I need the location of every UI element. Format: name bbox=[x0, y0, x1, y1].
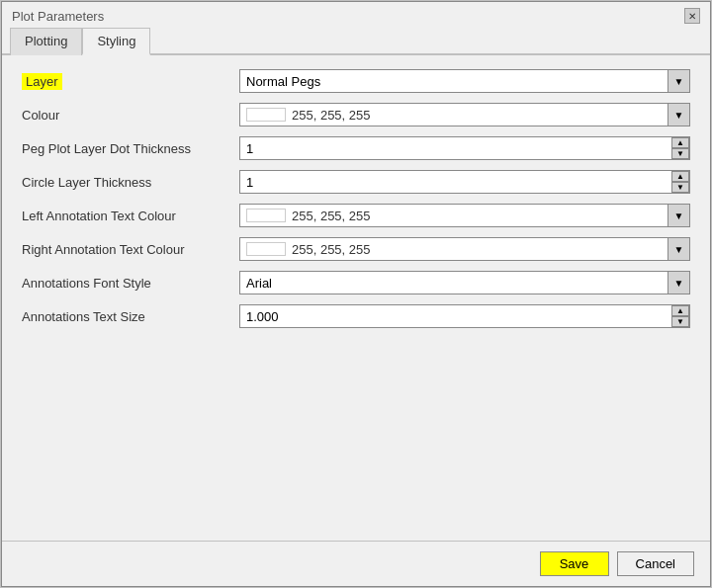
peg-plot-label: Peg Plot Layer Dot Thickness bbox=[22, 141, 239, 156]
colour-value: 255, 255, 255 bbox=[286, 108, 689, 123]
circle-layer-control: ▲ ▼ bbox=[239, 170, 690, 194]
right-annotation-label: Right Annotation Text Colour bbox=[22, 242, 239, 257]
text-size-row: Annotations Text Size ▲ ▼ bbox=[22, 302, 690, 330]
peg-plot-decrement-button[interactable]: ▼ bbox=[671, 148, 689, 159]
colour-select-wrapper[interactable]: 255, 255, 255 ▼ bbox=[239, 103, 690, 126]
layer-select[interactable]: Normal Pegs Highlighted Pegs Background bbox=[240, 70, 689, 92]
peg-plot-increment-button[interactable]: ▲ bbox=[671, 137, 689, 148]
font-style-label: Annotations Font Style bbox=[22, 276, 239, 291]
circle-layer-spinner-buttons: ▲ ▼ bbox=[671, 171, 689, 193]
peg-plot-input[interactable] bbox=[240, 137, 689, 159]
left-annotation-select-wrapper[interactable]: 255, 255, 255 ▼ bbox=[239, 204, 690, 227]
peg-plot-control: ▲ ▼ bbox=[239, 136, 690, 160]
colour-dropdown-arrow-icon: ▼ bbox=[668, 104, 689, 126]
colour-row: Colour 255, 255, 255 ▼ bbox=[22, 101, 690, 128]
cancel-button[interactable]: Cancel bbox=[617, 551, 694, 576]
tab-plotting[interactable]: Plotting bbox=[10, 28, 82, 55]
circle-layer-increment-button[interactable]: ▲ bbox=[671, 171, 689, 182]
right-annotation-select-wrapper[interactable]: 255, 255, 255 ▼ bbox=[239, 237, 690, 261]
left-annotation-value: 255, 255, 255 bbox=[286, 209, 689, 223]
colour-swatch bbox=[246, 108, 286, 122]
dialog: Plot Parameters ✕ Plotting Styling Layer… bbox=[1, 1, 711, 587]
text-size-spinner-buttons: ▲ ▼ bbox=[671, 305, 689, 327]
layer-control: Normal Pegs Highlighted Pegs Background … bbox=[239, 69, 690, 93]
circle-layer-row: Circle Layer Thickness ▲ ▼ bbox=[22, 168, 690, 196]
circle-layer-spinner[interactable]: ▲ ▼ bbox=[239, 170, 690, 194]
left-annotation-control: 255, 255, 255 ▼ bbox=[239, 204, 690, 227]
right-annotation-swatch bbox=[246, 242, 286, 256]
circle-layer-label: Circle Layer Thickness bbox=[22, 175, 239, 190]
text-size-input[interactable] bbox=[240, 305, 689, 327]
tab-styling[interactable]: Styling bbox=[82, 28, 150, 55]
layer-label: Layer bbox=[22, 74, 239, 89]
left-annotation-label: Left Annotation Text Colour bbox=[22, 209, 239, 223]
right-annotation-row: Right Annotation Text Colour 255, 255, 2… bbox=[22, 235, 690, 263]
left-annotation-swatch bbox=[246, 209, 286, 222]
title-bar: Plot Parameters ✕ bbox=[2, 2, 710, 28]
layer-row: Layer Normal Pegs Highlighted Pegs Backg… bbox=[22, 67, 690, 95]
font-style-control: Arial Times New Roman Courier New ▼ bbox=[239, 271, 690, 294]
right-annotation-value: 255, 255, 255 bbox=[286, 242, 689, 257]
footer: Save Cancel bbox=[2, 541, 710, 586]
font-style-select[interactable]: Arial Times New Roman Courier New bbox=[240, 272, 689, 294]
peg-plot-spinner-buttons: ▲ ▼ bbox=[671, 137, 689, 159]
layer-select-wrapper[interactable]: Normal Pegs Highlighted Pegs Background … bbox=[239, 69, 690, 93]
dialog-title: Plot Parameters bbox=[12, 9, 104, 24]
colour-label: Colour bbox=[22, 108, 239, 123]
save-button[interactable]: Save bbox=[540, 551, 609, 576]
right-annotation-control: 255, 255, 255 ▼ bbox=[239, 237, 690, 261]
text-size-spinner[interactable]: ▲ ▼ bbox=[239, 304, 690, 328]
right-annotation-dropdown-arrow-icon: ▼ bbox=[668, 238, 689, 260]
close-button[interactable]: ✕ bbox=[684, 8, 700, 24]
font-style-select-wrapper[interactable]: Arial Times New Roman Courier New ▼ bbox=[239, 271, 690, 294]
text-size-control: ▲ ▼ bbox=[239, 304, 690, 328]
peg-plot-row: Peg Plot Layer Dot Thickness ▲ ▼ bbox=[22, 134, 690, 162]
left-annotation-dropdown-arrow-icon: ▼ bbox=[668, 205, 689, 226]
text-size-label: Annotations Text Size bbox=[22, 309, 239, 324]
form-content: Layer Normal Pegs Highlighted Pegs Backg… bbox=[2, 55, 710, 541]
tab-bar: Plotting Styling bbox=[2, 28, 710, 55]
peg-plot-spinner[interactable]: ▲ ▼ bbox=[239, 136, 690, 160]
circle-layer-input[interactable] bbox=[240, 171, 689, 193]
left-annotation-row: Left Annotation Text Colour 255, 255, 25… bbox=[22, 202, 690, 229]
text-size-decrement-button[interactable]: ▼ bbox=[671, 316, 689, 327]
colour-control: 255, 255, 255 ▼ bbox=[239, 103, 690, 126]
font-style-row: Annotations Font Style Arial Times New R… bbox=[22, 269, 690, 296]
text-size-increment-button[interactable]: ▲ bbox=[671, 305, 689, 316]
circle-layer-decrement-button[interactable]: ▼ bbox=[671, 182, 689, 193]
